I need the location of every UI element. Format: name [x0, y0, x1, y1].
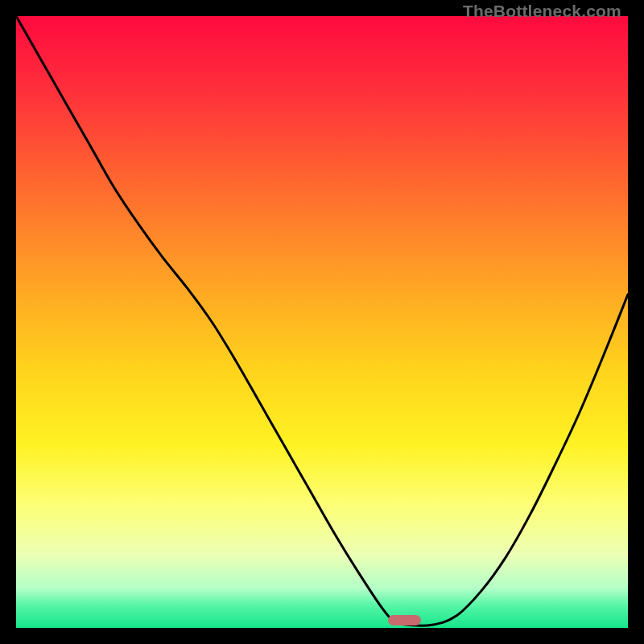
svg-rect-0 [16, 16, 628, 628]
watermark-text: TheBottleneck.com [463, 2, 621, 21]
outer-frame: TheBottleneck.com [0, 0, 644, 644]
optimal-marker [388, 615, 422, 625]
plot-area [16, 16, 628, 628]
gradient-background [16, 16, 628, 628]
